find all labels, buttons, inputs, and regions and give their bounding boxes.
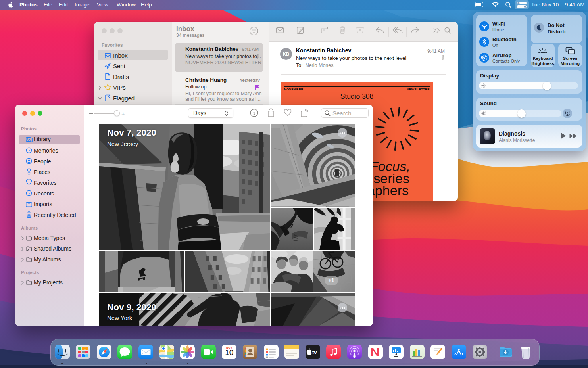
- svg-text:tv: tv: [312, 349, 317, 355]
